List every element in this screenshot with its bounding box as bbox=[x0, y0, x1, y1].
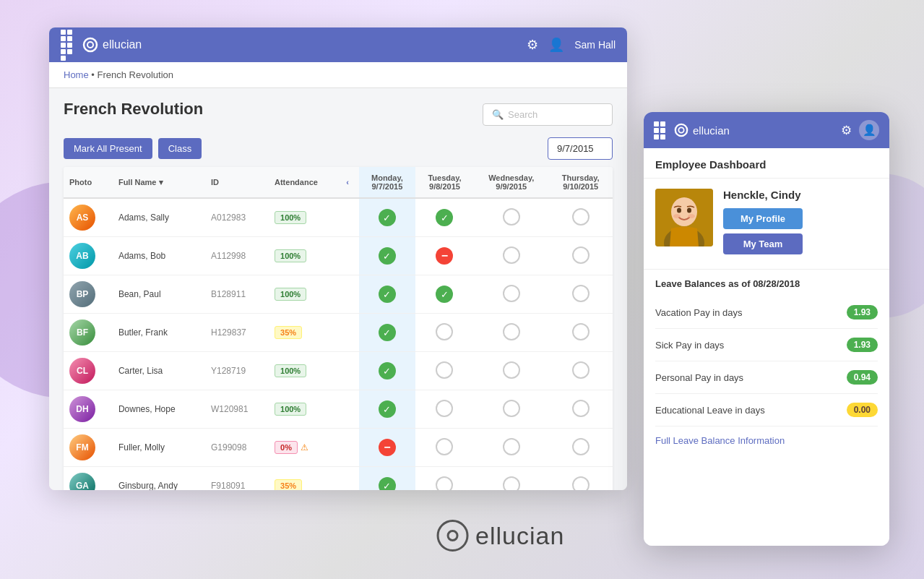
empty-circle bbox=[436, 476, 453, 491]
mobile-settings-icon[interactable]: ⚙ bbox=[841, 123, 852, 138]
cell-thu[interactable] bbox=[548, 314, 613, 352]
avatar: BP bbox=[69, 281, 95, 307]
cell-name: Bean, Paul bbox=[113, 275, 205, 314]
cell-wed[interactable] bbox=[474, 237, 548, 275]
employee-name: Henckle, Cindy bbox=[723, 189, 878, 201]
cell-id: B128911 bbox=[205, 275, 269, 314]
table-row: DHDownes, HopeW120981100%✓ bbox=[64, 390, 613, 429]
cell-wed[interactable] bbox=[474, 314, 548, 352]
avatar: FM bbox=[69, 434, 95, 460]
cell-attendance: 100% bbox=[269, 198, 340, 237]
leave-value-educational: 0.00 bbox=[847, 403, 878, 417]
cell-mon[interactable]: ✓ bbox=[359, 275, 415, 314]
action-buttons: Mark All Present Class bbox=[64, 138, 202, 159]
cell-thu[interactable] bbox=[548, 352, 613, 390]
svg-point-7 bbox=[677, 208, 681, 213]
cell-mon[interactable]: ✓ bbox=[359, 198, 415, 237]
cell-mon[interactable]: − bbox=[359, 429, 415, 467]
full-leave-link[interactable]: Full Leave Balance Information bbox=[655, 426, 878, 455]
empty-circle bbox=[572, 285, 590, 302]
page-title: French Revolution bbox=[64, 100, 203, 119]
cell-tue[interactable]: ✓ bbox=[415, 275, 474, 314]
attendance-badge: 35% bbox=[275, 479, 302, 490]
leave-value-sick: 1.93 bbox=[847, 338, 878, 352]
top-controls: French Revolution 🔍 Search bbox=[64, 100, 613, 129]
table-row: GAGinsburg, AndyF91809135%✓ bbox=[64, 467, 613, 491]
cell-thu[interactable] bbox=[548, 275, 613, 314]
cell-tue[interactable] bbox=[415, 314, 474, 352]
col-fullname[interactable]: Full Name ▾ bbox=[113, 167, 205, 198]
avatar: GA bbox=[69, 473, 95, 490]
cell-attendance: 100% bbox=[269, 390, 340, 429]
cell-nav bbox=[340, 275, 359, 314]
cell-id: A112998 bbox=[205, 237, 269, 275]
cell-photo: BP bbox=[64, 275, 113, 314]
cell-photo: AB bbox=[64, 237, 113, 275]
attendance-badge: 100% bbox=[275, 364, 306, 377]
table-row: ABAdams, BobA112998100%✓− bbox=[64, 237, 613, 275]
cell-tue[interactable] bbox=[415, 467, 474, 491]
breadcrumb-home[interactable]: Home bbox=[64, 69, 89, 80]
cell-mon[interactable]: ✓ bbox=[359, 467, 415, 491]
nav-bar: ellucian ⚙ 👤 Sam Hall bbox=[49, 27, 627, 62]
search-box[interactable]: 🔍 Search bbox=[483, 103, 613, 126]
table-row: BPBean, PaulB128911100%✓✓ bbox=[64, 275, 613, 314]
cell-tue[interactable] bbox=[415, 352, 474, 390]
cell-thu[interactable] bbox=[548, 198, 613, 237]
cell-thu[interactable] bbox=[548, 429, 613, 467]
cell-nav bbox=[340, 429, 359, 467]
user-icon[interactable]: 👤 bbox=[548, 37, 564, 53]
nav-logo-text: ellucian bbox=[103, 38, 142, 51]
cell-tue[interactable] bbox=[415, 390, 474, 429]
cell-attendance: 100% bbox=[269, 237, 340, 275]
mobile-nav: ellucian ⚙ 👤 bbox=[644, 112, 889, 148]
cell-wed[interactable] bbox=[474, 198, 548, 237]
search-icon: 🔍 bbox=[492, 109, 504, 120]
cell-tue[interactable]: − bbox=[415, 237, 474, 275]
leave-label-vacation: Vacation Pay in days bbox=[655, 307, 742, 318]
cell-thu[interactable] bbox=[548, 390, 613, 429]
nav-username: Sam Hall bbox=[574, 39, 616, 51]
empty-circle bbox=[503, 323, 520, 340]
cell-mon[interactable]: ✓ bbox=[359, 237, 415, 275]
cell-wed[interactable] bbox=[474, 467, 548, 491]
cell-thu[interactable] bbox=[548, 237, 613, 275]
cell-mon[interactable]: ✓ bbox=[359, 390, 415, 429]
cell-photo: AS bbox=[64, 198, 113, 237]
my-team-button[interactable]: My Team bbox=[723, 233, 803, 254]
cell-mon[interactable]: ✓ bbox=[359, 314, 415, 352]
employee-card: Henckle, Cindy My Profile My Team bbox=[644, 179, 889, 270]
mobile-content: Employee Dashboard bbox=[644, 148, 889, 546]
cell-name: Ginsburg, Andy bbox=[113, 467, 205, 491]
empty-circle bbox=[572, 361, 590, 379]
check-icon: ✓ bbox=[379, 286, 396, 303]
cell-tue[interactable]: ✓ bbox=[415, 198, 474, 237]
grid-icon[interactable] bbox=[61, 30, 74, 61]
cell-wed[interactable] bbox=[474, 429, 548, 467]
mobile-logo-icon bbox=[674, 123, 688, 137]
minus-icon: − bbox=[379, 439, 396, 456]
col-nav[interactable]: ‹ bbox=[340, 167, 359, 198]
mark-all-present-button[interactable]: Mark All Present bbox=[64, 138, 152, 159]
class-button[interactable]: Class bbox=[158, 138, 202, 159]
cell-wed[interactable] bbox=[474, 275, 548, 314]
check-icon: ✓ bbox=[436, 286, 453, 303]
leave-label-sick: Sick Pay in days bbox=[655, 340, 724, 351]
cell-wed[interactable] bbox=[474, 390, 548, 429]
breadcrumb-current: French Revolution bbox=[97, 69, 173, 80]
svg-point-0 bbox=[84, 38, 97, 51]
empty-circle bbox=[572, 476, 590, 491]
cell-thu[interactable] bbox=[548, 467, 613, 491]
mobile-user-icon[interactable]: 👤 bbox=[859, 120, 879, 140]
date-picker[interactable]: 9/7/2015 bbox=[548, 137, 613, 160]
cell-tue[interactable] bbox=[415, 429, 474, 467]
attendance-badge: 0% bbox=[275, 441, 298, 454]
cell-wed[interactable] bbox=[474, 352, 548, 390]
cell-id: G199098 bbox=[205, 429, 269, 467]
cell-name: Carter, Lisa bbox=[113, 352, 205, 390]
settings-icon[interactable]: ⚙ bbox=[527, 37, 538, 53]
cell-mon[interactable]: ✓ bbox=[359, 352, 415, 390]
my-profile-button[interactable]: My Profile bbox=[723, 208, 803, 229]
empty-circle bbox=[503, 361, 520, 379]
mobile-grid-icon[interactable] bbox=[654, 121, 667, 140]
